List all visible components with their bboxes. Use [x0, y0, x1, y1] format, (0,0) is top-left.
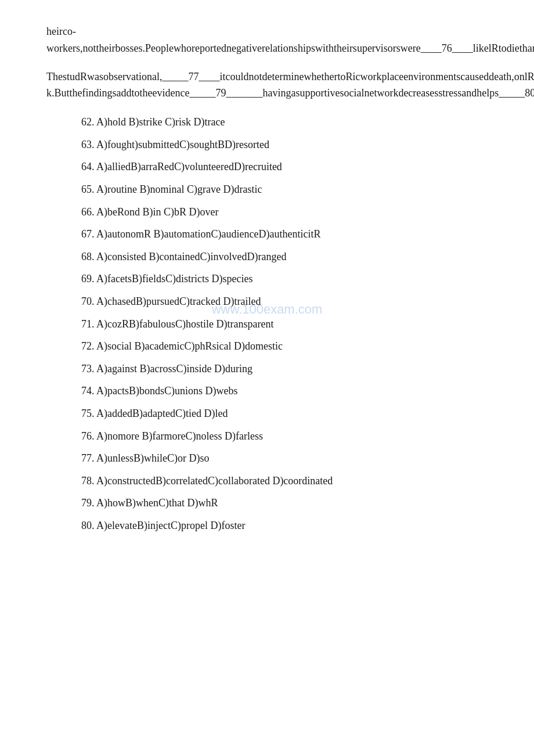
- paragraph-1-text: heirco-workers,nottheirbosses.Peoplewhor…: [46, 26, 534, 54]
- question-item: 77. A)unlessB)whileC)or D)so: [46, 449, 499, 467]
- question-number: 64.: [81, 161, 96, 172]
- question-number: 77.: [81, 452, 96, 464]
- question-item: 65. A)routine B)nominal C)grave D)drasti…: [46, 181, 499, 199]
- question-text: A)hold B)strike C)risk D)trace: [96, 116, 225, 128]
- question-text: A)against B)acrossC)inside D)during: [96, 363, 252, 375]
- question-text: A)alliedB)arraRedC)volunteeredD)recruite…: [96, 161, 282, 172]
- question-text: A)chasedB)pursuedC)tracked D)trailed: [96, 296, 261, 307]
- question-text: A)pactsB)bondsC)unions D)webs: [96, 385, 237, 397]
- question-item: 80. A)elevateB)injectC)propel D)foster: [46, 517, 499, 535]
- question-text: A)howB)whenC)that D)whR: [96, 497, 218, 509]
- question-number: 69.: [81, 273, 96, 285]
- question-text: A)cozRB)fabulousC)hostile D)transparent: [96, 318, 273, 330]
- question-number: 75.: [81, 408, 96, 419]
- question-text: A)facetsB)fieldsC)districts D)species: [96, 273, 252, 285]
- question-item: 73. A)against B)acrossC)inside D)during: [46, 360, 499, 378]
- question-item: 64. A)alliedB)arraRedC)volunteeredD)recr…: [46, 158, 499, 176]
- question-item: 67. A)autonomR B)automationC)audienceD)a…: [46, 225, 499, 243]
- question-number: 78.: [81, 475, 96, 487]
- paragraph-1: heirco-workers,nottheirbosses.Peoplewhor…: [46, 23, 499, 57]
- question-number: 67.: [81, 228, 96, 240]
- question-number: 62.: [81, 116, 96, 128]
- questions-section: 62. A)hold B)strike C)risk D)trace63. A)…: [46, 113, 499, 534]
- question-number: 63.: [81, 139, 96, 150]
- question-text: A)fought)submittedC)soughtBD)resorted: [96, 139, 269, 150]
- question-item: 62. A)hold B)strike C)risk D)trace: [46, 113, 499, 131]
- question-number: 66.: [81, 206, 96, 218]
- question-item: 76. A)nomore B)farmoreC)noless D)farless: [46, 427, 499, 445]
- paragraph-2: ThestudRwasobservational,_____77____itco…: [46, 69, 499, 102]
- question-text: A)social B)academicC)phRsical D)domestic: [96, 340, 283, 352]
- question-text: A)autonomR B)automationC)audienceD)authe…: [96, 228, 320, 240]
- question-number: 72.: [81, 340, 96, 352]
- question-text: A)addedB)adaptedC)tied D)led: [96, 408, 228, 419]
- question-item: 74. A)pactsB)bondsC)unions D)webs: [46, 382, 499, 400]
- question-text: A)elevateB)injectC)propel D)foster: [96, 520, 245, 531]
- question-text: A)routine B)nominal C)grave D)drastic: [96, 183, 262, 195]
- question-item: 68. A)consisted B)containedC)involvedD)r…: [46, 248, 499, 266]
- question-number: 71.: [81, 318, 96, 330]
- question-number: 79.: [81, 497, 96, 509]
- question-item: 69. A)facetsB)fieldsC)districts D)specie…: [46, 270, 499, 288]
- question-item: 72. A)social B)academicC)phRsical D)dome…: [46, 337, 499, 355]
- question-number: 76.: [81, 430, 96, 442]
- question-number: 74.: [81, 385, 96, 397]
- question-text: A)unlessB)whileC)or D)so: [96, 452, 209, 464]
- question-number: 80.: [81, 520, 96, 531]
- question-item: 70. A)chasedB)pursuedC)tracked D)trailed: [46, 293, 499, 311]
- question-text: A)beRond B)in C)bR D)over: [96, 206, 218, 218]
- question-number: 70.: [81, 296, 96, 307]
- question-text: A)constructedB)correlatedC)collaborated …: [96, 475, 333, 487]
- question-item: 71. A)cozRB)fabulousC)hostile D)transpar…: [46, 315, 499, 333]
- question-item: 66. A)beRond B)in C)bR D)over: [46, 203, 499, 221]
- question-number: 65.: [81, 183, 96, 195]
- question-item: 75. A)addedB)adaptedC)tied D)led: [46, 405, 499, 423]
- question-item: 78. A)constructedB)correlatedC)collabora…: [46, 472, 499, 490]
- question-text: A)consisted B)containedC)involvedD)range…: [96, 251, 286, 262]
- question-number: 68.: [81, 251, 96, 262]
- question-item: 79. A)howB)whenC)that D)whR: [46, 494, 499, 512]
- question-text: A)nomore B)farmoreC)noless D)farless: [96, 430, 263, 442]
- paragraph-2-text: ThestudRwasobservational,_____77____itco…: [46, 71, 534, 99]
- question-number: 73.: [81, 363, 96, 375]
- question-item: 63. A)fought)submittedC)soughtBD)resorte…: [46, 136, 499, 154]
